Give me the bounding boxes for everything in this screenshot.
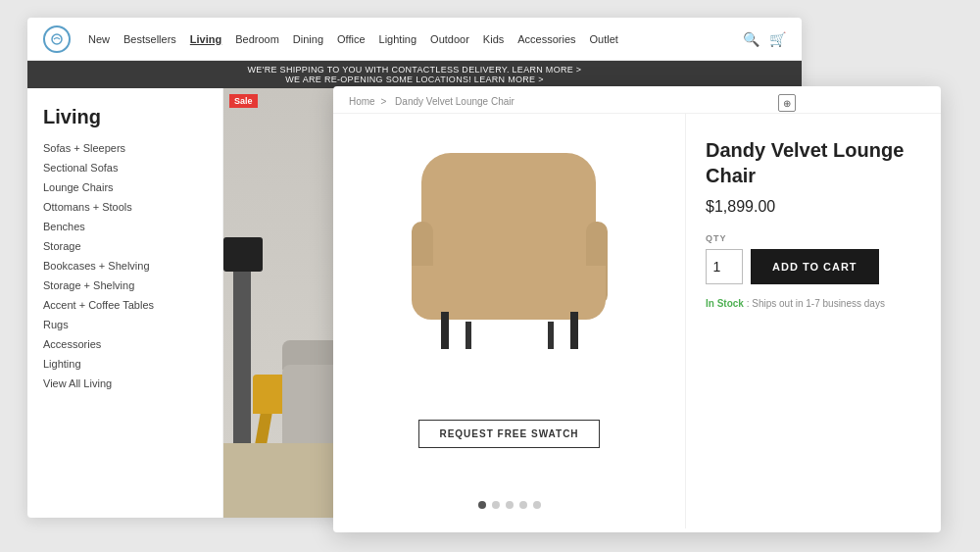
cart-icon[interactable]: 🛒: [769, 31, 786, 47]
chair-leg-front-right: [570, 312, 578, 349]
announcement-1: WE'RE SHIPPING TO YOU WITH CONTACTLESS D…: [27, 65, 802, 75]
nav-item-bestsellers[interactable]: Bestsellers: [123, 33, 176, 45]
main-nav: New Bestsellers Living Bedroom Dining Of…: [88, 33, 725, 45]
ship-info: : Ships out in 1-7 business days: [747, 298, 885, 309]
product-layout: REQUEST FREE SWATCH Dandy Velvet Lounge …: [333, 114, 941, 528]
announcement-2: WE ARE RE-OPENING SOME LOCATIONS! LEARN …: [27, 75, 802, 84]
chair-leg-back-right: [548, 322, 554, 349]
in-stock-label: In Stock: [706, 298, 744, 309]
nav-item-bedroom[interactable]: Bedroom: [235, 33, 279, 45]
sidebar: Living Sofas + Sleepers Sectional Sofas …: [27, 88, 223, 518]
image-dots: [478, 501, 541, 509]
nav-item-dining[interactable]: Dining: [293, 33, 323, 45]
search-icon[interactable]: 🔍: [743, 31, 760, 47]
chair-leg-front-left: [441, 312, 449, 349]
sidebar-item-view-all[interactable]: View All Living: [43, 377, 207, 389]
nav-item-living[interactable]: Living: [190, 33, 221, 45]
sidebar-item-lighting[interactable]: Lighting: [43, 358, 207, 370]
product-price: $1,899.00: [706, 198, 921, 216]
chair-leg-back-left: [466, 322, 471, 349]
qty-label: QTY: [706, 233, 921, 243]
nav-item-new[interactable]: New: [88, 33, 110, 45]
sidebar-item-lounge[interactable]: Lounge Chairs: [43, 181, 207, 193]
nav-item-office[interactable]: Office: [337, 33, 366, 45]
product-chair-illustration: [402, 153, 617, 349]
sidebar-item-ottomans[interactable]: Ottomans + Stools: [43, 201, 207, 213]
dot-5[interactable]: [533, 501, 541, 509]
nav-item-accessories[interactable]: Accessories: [517, 33, 575, 45]
header: New Bestsellers Living Bedroom Dining Of…: [27, 18, 802, 61]
sidebar-item-storage[interactable]: Storage: [43, 240, 207, 252]
quantity-input[interactable]: [706, 249, 743, 284]
nav-item-outlet[interactable]: Outlet: [590, 33, 618, 45]
announcement-bar: WE'RE SHIPPING TO YOU WITH CONTACTLESS D…: [27, 61, 802, 88]
nav-item-outdoor[interactable]: Outdoor: [430, 33, 469, 45]
dot-2[interactable]: [492, 501, 500, 509]
expand-icon[interactable]: ⊕: [778, 94, 796, 112]
chair-back: [421, 153, 596, 280]
lamp-stand: [233, 267, 251, 443]
nav-item-kids[interactable]: Kids: [483, 33, 504, 45]
front-window: Home > Dandy Velvet Lounge Chair REQU: [333, 86, 941, 532]
svg-point-0: [52, 34, 62, 44]
request-swatch-button[interactable]: REQUEST FREE SWATCH: [418, 420, 599, 448]
product-image-container: [372, 133, 647, 369]
product-info-side: Dandy Velvet Lounge Chair $1,899.00 QTY …: [686, 114, 941, 528]
breadcrumb: Home > Dandy Velvet Lounge Chair: [333, 86, 941, 114]
breadcrumb-separator: >: [380, 96, 386, 107]
sidebar-item-accessories[interactable]: Accessories: [43, 338, 207, 350]
sidebar-title: Living: [43, 106, 207, 128]
dot-4[interactable]: [519, 501, 527, 509]
add-to-cart-button[interactable]: ADD TO CART: [751, 249, 879, 284]
sidebar-item-sofas[interactable]: Sofas + Sleepers: [43, 142, 207, 154]
sidebar-item-rugs[interactable]: Rugs: [43, 319, 207, 330]
sidebar-item-sectional[interactable]: Sectional Sofas: [43, 162, 207, 174]
sale-badge: Sale: [229, 94, 258, 108]
product-title: Dandy Velvet Lounge Chair: [706, 137, 921, 188]
nav-item-lighting[interactable]: Lighting: [379, 33, 417, 45]
qty-cart-row: ADD TO CART: [706, 249, 921, 284]
header-icons: 🔍 🛒: [743, 31, 786, 47]
dot-3[interactable]: [506, 501, 514, 509]
stock-status: In Stock : Ships out in 1-7 business day…: [706, 298, 921, 309]
dot-1[interactable]: [478, 501, 486, 509]
lamp-shade: [223, 237, 263, 272]
sidebar-item-bookcases[interactable]: Bookcases + Shelving: [43, 260, 207, 272]
breadcrumb-current: Dandy Velvet Lounge Chair: [395, 96, 514, 107]
sidebar-item-accent[interactable]: Accent + Coffee Tables: [43, 299, 207, 311]
sidebar-item-benches[interactable]: Benches: [43, 221, 207, 232]
chair-leg-left: [255, 414, 271, 443]
sidebar-item-storage-shelving[interactable]: Storage + Shelving: [43, 279, 207, 291]
breadcrumb-home[interactable]: Home: [349, 96, 375, 107]
product-image-side: REQUEST FREE SWATCH: [333, 114, 686, 528]
logo[interactable]: [43, 25, 71, 53]
